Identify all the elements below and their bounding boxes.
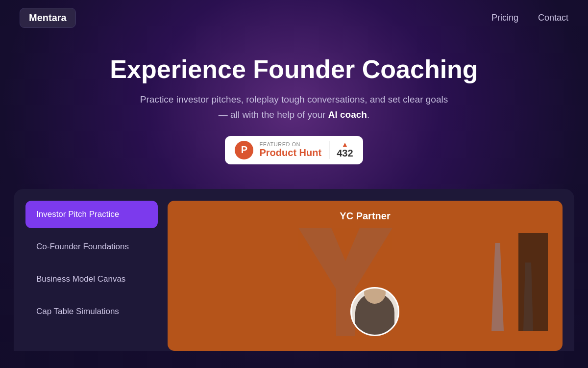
avatar-head <box>364 287 386 304</box>
ph-logo-icon: P <box>235 141 253 159</box>
ph-product-hunt-label: Product Hunt <box>259 147 321 158</box>
sidebar-item-investor-pitch[interactable]: Investor Pitch Practice <box>25 201 158 228</box>
avatar <box>350 287 399 336</box>
hero-subtitle-end: . <box>367 109 369 120</box>
hero-subtitle: Practice investor pitches, roleplay toug… <box>127 92 461 122</box>
preview-card-title: YC Partner <box>168 201 563 227</box>
avatar-body <box>355 293 394 335</box>
ph-count-block: ▲ 432 <box>329 141 353 159</box>
cards-section: Investor Pitch Practice Co-Founder Found… <box>14 189 574 351</box>
sidebar-list: Investor Pitch Practice Co-Founder Found… <box>25 201 158 351</box>
hero-subtitle-part1: Practice investor pitches, roleplay toug… <box>140 94 448 105</box>
hero-section: Experience Founder Coaching Practice inv… <box>0 36 588 179</box>
hero-subtitle-part2: — all with the help of your <box>219 109 328 120</box>
preview-card: YC Partner <box>168 201 563 351</box>
logo: Mentara <box>20 8 76 28</box>
contact-link[interactable]: Contact <box>538 13 568 23</box>
hero-subtitle-bold: AI coach <box>328 109 367 120</box>
nav-links: Pricing Contact <box>491 13 568 23</box>
ph-triangle-icon: ▲ <box>342 141 348 148</box>
shard-building-icon <box>491 243 504 331</box>
navbar: Mentara Pricing Contact <box>0 0 588 36</box>
hero-title: Experience Founder Coaching <box>10 55 578 83</box>
sidebar-item-cofounder[interactable]: Co-Founder Foundations <box>25 233 158 261</box>
sidebar-item-cap-table[interactable]: Cap Table Simulations <box>25 298 158 325</box>
product-hunt-badge[interactable]: P FEATURED ON Product Hunt ▲ 432 <box>225 136 363 164</box>
ph-featured-on: FEATURED ON <box>259 141 300 147</box>
ph-text-block: FEATURED ON Product Hunt <box>259 141 321 158</box>
pricing-link[interactable]: Pricing <box>491 13 518 23</box>
dark-building-icon <box>518 233 548 331</box>
sidebar-item-business-model[interactable]: Business Model Canvas <box>25 265 158 293</box>
ph-count: 432 <box>337 148 353 159</box>
